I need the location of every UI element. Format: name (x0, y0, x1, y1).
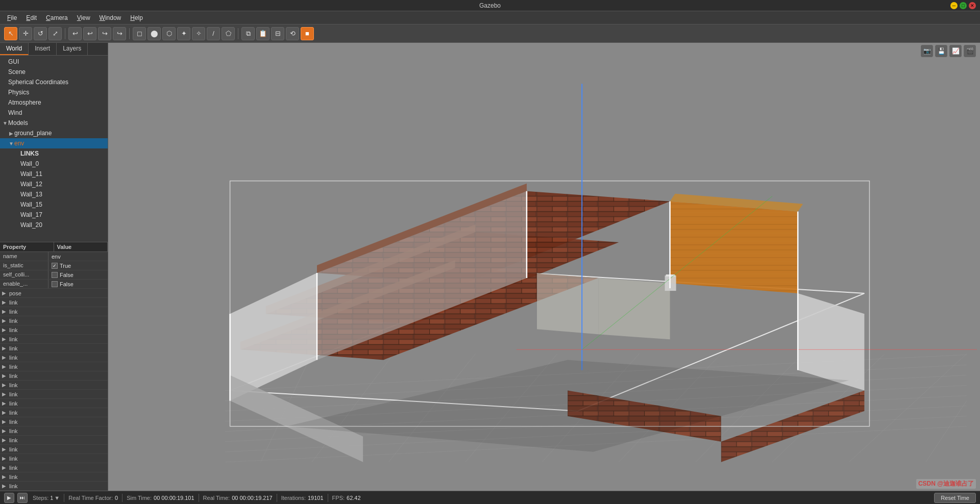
properties-header: Property Value (0, 242, 108, 252)
simtime-label: Sim Time: (127, 495, 152, 501)
box-button[interactable]: ◻ (133, 27, 146, 40)
expand-label-link-19: link (9, 465, 18, 471)
prop-expand-link-6[interactable]: ▶ link (0, 344, 108, 353)
prop-expand-link-17[interactable]: ▶ link (0, 445, 108, 454)
menu-view[interactable]: View (73, 13, 94, 22)
prop-key-name: name (0, 252, 48, 261)
prop-expand-link-12[interactable]: ▶ link (0, 399, 108, 408)
menu-camera[interactable]: Camera (42, 13, 72, 22)
menu-window[interactable]: Window (95, 13, 126, 22)
scale-tool-button[interactable]: ⤢ (48, 27, 62, 40)
copy-button[interactable]: ⧉ (241, 27, 255, 40)
menu-edit[interactable]: Edit (22, 13, 41, 22)
spotlight-button[interactable]: ✧ (192, 27, 205, 40)
sphere-button[interactable]: ⬤ (148, 27, 161, 40)
poly-button[interactable]: ⬠ (222, 27, 235, 40)
prop-expand-link-3[interactable]: ▶ link (0, 316, 108, 325)
paste-button[interactable]: 📋 (256, 27, 270, 40)
prop-key-enable: enable_... (0, 280, 48, 288)
prop-expand-pose[interactable]: ▶ pose (0, 289, 108, 298)
tree-item-wall-17[interactable]: Wall_17 (0, 210, 108, 220)
prop-expand-link-2[interactable]: ▶ link (0, 307, 108, 316)
tab-insert[interactable]: Insert (29, 43, 57, 55)
tree-item-wall-12[interactable]: Wall_12 (0, 179, 108, 189)
expand-arrow-link-13: ▶ (2, 410, 7, 415)
video-button[interactable]: 🎬 (964, 45, 976, 57)
pointlight-button[interactable]: ✦ (177, 27, 190, 40)
expand-label-link-5: link (9, 336, 18, 342)
tree-item-physics[interactable]: Physics (0, 87, 108, 97)
prop-expand-link-8[interactable]: ▶ link (0, 362, 108, 371)
record-button[interactable]: 💾 (935, 45, 947, 57)
expand-arrow-link-15: ▶ (2, 428, 7, 434)
rotate-tool-button[interactable]: ↺ (34, 27, 47, 40)
expand-arrow-link-12: ▶ (2, 400, 7, 406)
cylinder-button[interactable]: ⬡ (162, 27, 176, 40)
expand-arrow-pose: ▶ (2, 290, 7, 296)
prop-expand-link-16[interactable]: ▶ link (0, 436, 108, 445)
snap-button[interactable]: ⟲ (286, 27, 299, 40)
prop-expand-link-13[interactable]: ▶ link (0, 408, 108, 417)
undo-button[interactable]: ↩ (68, 27, 82, 40)
prop-expand-link-20[interactable]: ▶ link (0, 472, 108, 482)
prop-expand-link-21[interactable]: ▶ link (0, 482, 108, 491)
tree-item-wind[interactable]: Wind (0, 108, 108, 118)
expand-arrow-link-19: ▶ (2, 465, 7, 470)
align-button[interactable]: ⊟ (271, 27, 284, 40)
fps-value: 62.42 (347, 495, 361, 501)
checkbox-self-coll[interactable] (52, 272, 58, 278)
tree-item-ground-plane[interactable]: ▶ ground_plane (0, 128, 108, 138)
minimize-button[interactable]: ─ (950, 2, 958, 9)
play-button[interactable]: ▶ (4, 493, 14, 503)
tree-item-wall-13[interactable]: Wall_13 (0, 189, 108, 199)
menu-file[interactable]: File (3, 13, 21, 22)
undo2-button[interactable]: ↩ (83, 27, 96, 40)
tree-item-env[interactable]: ▼ env (0, 138, 108, 148)
prop-expand-link-9[interactable]: ▶ link (0, 371, 108, 381)
redo-button[interactable]: ↪ (98, 27, 111, 40)
tab-world[interactable]: World (0, 43, 29, 55)
close-button[interactable]: ✕ (969, 2, 976, 9)
checkbox-enable[interactable] (52, 281, 58, 287)
tree-item-wall-20[interactable]: Wall_20 (0, 220, 108, 230)
prop-expand-link-19[interactable]: ▶ link (0, 463, 108, 472)
checkbox-is-static[interactable]: ✓ (52, 263, 58, 269)
tree-item-links[interactable]: LINKS (0, 148, 108, 159)
is-static-value: True (60, 263, 71, 269)
tree-item-wall-15[interactable]: Wall_15 (0, 199, 108, 210)
plot-button[interactable]: 📈 (949, 45, 962, 57)
tree-item-wall-11[interactable]: Wall_11 (0, 169, 108, 179)
tree-item-wall-0[interactable]: Wall_0 (0, 159, 108, 169)
steps-dropdown[interactable]: ▼ (54, 495, 60, 501)
dirlight-button[interactable]: / (207, 27, 220, 40)
redo2-button[interactable]: ↪ (113, 27, 126, 40)
tab-layers[interactable]: Layers (57, 43, 88, 55)
tree-panel[interactable]: GUI Scene Spherical Coordinates (0, 56, 108, 242)
prop-expand-link-4[interactable]: ▶ link (0, 325, 108, 335)
screenshot-button[interactable]: 📷 (921, 45, 933, 57)
prop-expand-link-18[interactable]: ▶ link (0, 454, 108, 463)
prop-expand-link-11[interactable]: ▶ link (0, 390, 108, 399)
tree-item-gui[interactable]: GUI (0, 57, 108, 67)
reset-time-button[interactable]: Reset Time (934, 493, 976, 503)
prop-expand-link-1[interactable]: ▶ link (0, 298, 108, 307)
tree-item-models[interactable]: ▼ Models (0, 118, 108, 128)
prop-expand-link-15[interactable]: ▶ link (0, 426, 108, 436)
prop-expand-link-14[interactable]: ▶ link (0, 417, 108, 426)
maximize-button[interactable]: □ (960, 2, 967, 9)
select-tool-button[interactable]: ↖ (4, 27, 17, 40)
prop-expand-link-10[interactable]: ▶ link (0, 381, 108, 390)
tree-item-spherical-coords[interactable]: Spherical Coordinates (0, 77, 108, 87)
step-button[interactable]: ⏭ (17, 493, 28, 503)
tree-label-spherical: Spherical Coordinates (8, 79, 68, 86)
menu-help[interactable]: Help (126, 13, 147, 22)
viewport[interactable]: 📷 💾 📈 🎬 CSDN @迪迦谁占了 (108, 43, 980, 491)
translate-tool-button[interactable]: ✛ (19, 27, 32, 40)
tree-item-atmosphere[interactable]: Atmosphere (0, 97, 108, 108)
status-sep-5 (328, 494, 328, 502)
prop-expand-link-7[interactable]: ▶ link (0, 353, 108, 362)
expand-arrow-link-17: ▶ (2, 446, 7, 452)
tree-item-scene[interactable]: Scene (0, 67, 108, 77)
prop-expand-link-5[interactable]: ▶ link (0, 335, 108, 344)
highlight-button[interactable]: ■ (301, 27, 314, 40)
